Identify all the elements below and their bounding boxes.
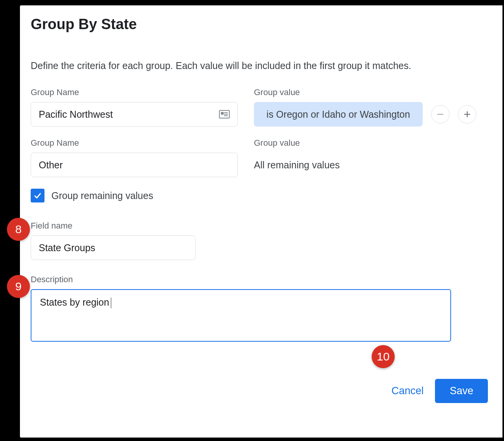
- group-value-label: Group value: [254, 87, 492, 97]
- description-textarea[interactable]: States by region: [31, 289, 451, 342]
- remove-group-button[interactable]: [431, 105, 450, 123]
- group-name-input[interactable]: Other: [31, 153, 238, 177]
- group-value-chip[interactable]: is Oregon or Idaho or Washington: [254, 102, 423, 127]
- callout-10: 10: [372, 345, 395, 368]
- description-label: Description: [31, 275, 502, 285]
- dialog-footer: Cancel Save: [364, 379, 502, 403]
- check-icon: [33, 191, 42, 200]
- description-section: Description States by region: [31, 275, 502, 342]
- group-remaining-row: Group remaining values: [31, 189, 502, 202]
- card-icon: [219, 110, 230, 118]
- group-row: Group Name Other Group value All remaini…: [31, 138, 502, 177]
- minus-icon: [436, 110, 444, 118]
- field-name-section: Field name State Groups: [31, 221, 502, 260]
- dialog-title: Group By State: [31, 16, 502, 33]
- group-name-label: Group Name: [31, 87, 238, 97]
- group-remaining-label: Group remaining values: [51, 190, 153, 201]
- save-button[interactable]: Save: [435, 379, 488, 403]
- field-name-value: State Groups: [39, 242, 95, 253]
- callout-8: 8: [7, 218, 30, 241]
- group-row: Group Name Pacific Northwest Group value…: [31, 87, 502, 127]
- group-name-value: Pacific Northwest: [39, 109, 113, 120]
- group-value-label: Group value: [254, 138, 492, 148]
- group-name-value: Other: [39, 160, 63, 171]
- group-name-input[interactable]: Pacific Northwest: [31, 102, 238, 127]
- callout-9: 9: [7, 275, 30, 298]
- group-value-text: is Oregon or Idaho or Washington: [267, 109, 410, 120]
- group-name-label: Group Name: [31, 138, 238, 148]
- description-value: States by region: [40, 297, 111, 308]
- cancel-button[interactable]: Cancel: [389, 385, 426, 397]
- field-name-label: Field name: [31, 221, 502, 231]
- group-by-modal: Group By State Define the criteria for e…: [18, 3, 502, 439]
- plus-icon: [463, 110, 471, 118]
- group-remaining-checkbox[interactable]: [31, 189, 44, 202]
- add-group-button[interactable]: [458, 105, 476, 123]
- field-name-input[interactable]: State Groups: [31, 235, 196, 260]
- dialog-hint: Define the criteria for each group. Each…: [31, 60, 502, 71]
- group-value-static: All remaining values: [254, 153, 492, 177]
